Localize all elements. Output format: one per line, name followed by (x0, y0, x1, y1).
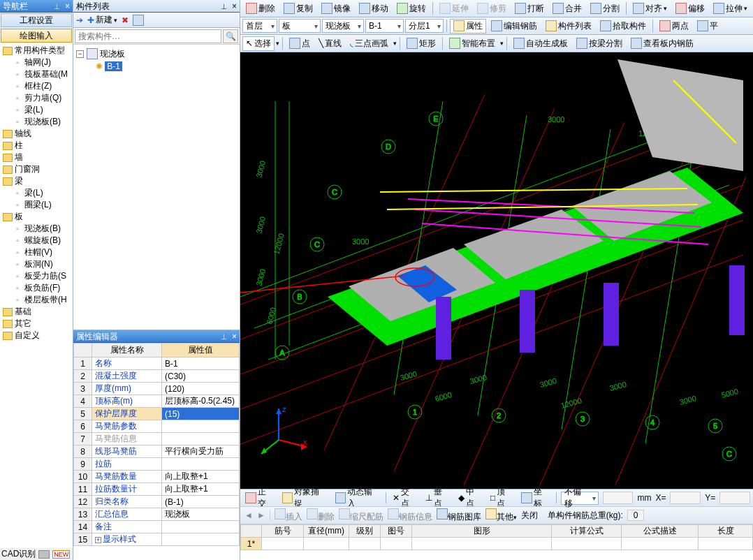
coord-x[interactable] (670, 492, 701, 504)
scale-rebar-button[interactable]: 缩尺配筋 (339, 508, 383, 523)
rebar-grid[interactable]: 筋号 直径(mm) 级别 图号 图形 计算公式 公式描述 长度 1* (240, 524, 753, 560)
prop-row[interactable]: 3厚度(mm)(120) (74, 383, 240, 395)
close-button[interactable]: 关闭 (521, 510, 538, 522)
left-arrow-icon[interactable]: ◄ (244, 510, 253, 520)
plane-button[interactable]: 平 (694, 19, 722, 34)
nav-category[interactable]: 墙 (1, 152, 71, 163)
nav-item[interactable]: ▫现浇板(B) (1, 223, 71, 235)
delete-button[interactable]: 删除 (242, 1, 279, 16)
search-input[interactable] (75, 29, 221, 43)
prop-row[interactable]: 4顶标高(m)层顶标高-0.5(2.45) (74, 395, 240, 408)
name-combo[interactable]: B-1 (365, 19, 404, 33)
nav-item[interactable]: ▫螺旋板(B) (1, 235, 71, 246)
smart-layout-button[interactable]: 智能布置 (446, 36, 499, 51)
nav-category[interactable]: 柱 (1, 140, 71, 152)
prop-row[interactable]: 9拉筋 (74, 458, 240, 471)
nav-category[interactable]: 梁 (1, 175, 71, 187)
autogen-button[interactable]: 自动生成板 (510, 36, 571, 51)
close-icon[interactable]: × (65, 0, 70, 12)
rebar-lib-button[interactable]: 钢筋图库 (437, 508, 481, 523)
split-button[interactable]: 分割 (587, 1, 623, 16)
rotate-button[interactable]: 旋转 (393, 1, 430, 16)
align-button[interactable]: 对齐▾ (629, 1, 671, 16)
pin-icon[interactable]: ⟂ (221, 330, 226, 342)
view-rebar-button[interactable]: 查看板内钢筋 (627, 36, 697, 51)
trim-button[interactable]: 修剪 (474, 1, 510, 16)
component-list-button[interactable]: 构件列表 (542, 19, 595, 34)
nav-category[interactable]: 板 (1, 211, 71, 223)
nav-item[interactable]: ▫梁(L) (1, 104, 71, 116)
edit-rebar-button[interactable]: 编辑钢筋 (488, 19, 541, 34)
nav-item[interactable]: ▫柱帽(V) (1, 246, 71, 258)
other-button[interactable]: 其他▾ (485, 508, 517, 523)
prop-row[interactable]: 1名称B-1 (74, 358, 240, 370)
pin-icon[interactable]: ⟂ (221, 0, 226, 12)
delete-button[interactable]: ✖ (122, 15, 129, 25)
nav-category[interactable]: 自定义 (1, 330, 71, 341)
component-combo[interactable]: 板 (279, 19, 321, 33)
prop-row[interactable]: 6马凳筋参数 (74, 420, 240, 433)
layer-combo[interactable]: 分层1 (405, 19, 444, 33)
floor-combo[interactable]: 首层 (242, 19, 277, 33)
select-button[interactable]: ↖选择 (242, 36, 275, 51)
prop-row[interactable]: 13汇总信息现浇板 (74, 508, 240, 521)
nav-item[interactable]: ▫轴网(J) (1, 57, 71, 68)
nav-category[interactable]: 门窗洞 (1, 163, 71, 175)
nav-tree[interactable]: 常用构件类型▫轴网(J)▫筏板基础(M▫框柱(Z)▫剪力墙(Q)▫梁(L)▫现浇… (0, 43, 73, 548)
nav-item[interactable]: ▫框柱(Z) (1, 80, 71, 92)
prop-row[interactable]: 2混凝土强度(C30) (74, 370, 240, 383)
offset-combo[interactable]: 不偏移 (561, 492, 599, 505)
arc-button[interactable]: ◟三点画弧 (346, 36, 392, 51)
close-icon[interactable]: × (232, 330, 237, 342)
nav-item[interactable]: ▫筏板基础(M (1, 68, 71, 80)
rect-button[interactable]: 矩形 (403, 36, 439, 51)
prop-row[interactable]: 8线形马凳筋平行横向受力筋 (74, 445, 240, 458)
collapse-icon[interactable]: − (76, 50, 84, 58)
nav-item[interactable]: ▫楼层板带(H (1, 294, 71, 306)
nav-category[interactable]: 其它 (1, 318, 71, 330)
nav-item[interactable]: ▫现浇板(B) (1, 116, 71, 128)
extend-button[interactable]: 延伸 (436, 1, 472, 16)
search-button[interactable]: 🔍 (223, 29, 238, 43)
engineering-settings-button[interactable]: 工程设置 (1, 13, 72, 27)
nav-item[interactable]: ▫剪力墙(Q) (1, 92, 71, 104)
tree-child-b1[interactable]: B-1 (105, 61, 122, 71)
pick-component-button[interactable]: 拾取构件 (597, 19, 650, 34)
row-1[interactable]: 1* (241, 538, 262, 550)
prop-row[interactable]: 11拉筋数量计向上取整+1 (74, 483, 240, 496)
coord-y[interactable] (719, 492, 750, 504)
copy-button[interactable]: 复制 (280, 1, 316, 16)
mirror-button[interactable]: 镜像 (318, 1, 354, 16)
prop-row[interactable]: 15+显示样式 (74, 533, 240, 546)
drawing-input-button[interactable]: 绘图输入 (1, 29, 72, 43)
beam-split-button[interactable]: 按梁分割 (573, 36, 626, 51)
nav-item[interactable]: ▫板负筋(F) (1, 282, 71, 294)
prop-row[interactable]: 7马凳筋信息 (74, 433, 240, 445)
delete-row-button[interactable]: 删除 (307, 508, 335, 523)
nav-item[interactable]: ▫板受力筋(S (1, 270, 71, 282)
offset-button[interactable]: 偏移 (672, 1, 708, 16)
nav-item[interactable]: ▫梁(L) (1, 187, 71, 199)
tree-root[interactable]: 现浇板 (100, 48, 125, 60)
line-button[interactable]: ╲直线 (315, 36, 345, 51)
nav-item[interactable]: ▫板洞(N) (1, 258, 71, 270)
subtype-combo[interactable]: 现浇板 (322, 19, 364, 33)
offset-x[interactable] (603, 492, 634, 504)
cad-recognize[interactable]: CAD识别 (1, 548, 36, 560)
prop-row[interactable]: 10马凳筋数量向上取整+1 (74, 471, 240, 483)
nav-category[interactable]: 轴线 (1, 128, 71, 140)
close-icon[interactable]: × (232, 0, 237, 12)
break-button[interactable]: 打断 (511, 1, 548, 16)
two-point-button[interactable]: 两点 (656, 19, 692, 34)
point-button[interactable]: 点 (286, 36, 314, 51)
copy-button[interactable] (133, 15, 144, 26)
model-viewport[interactable]: A B C C D E 1 2 3 4 5 C 3000 3000 (240, 52, 753, 489)
new-button[interactable]: ✚新建▾ (87, 14, 117, 26)
merge-button[interactable]: 合并 (549, 1, 585, 16)
prop-row[interactable]: 5保护层厚度(15) (74, 408, 240, 420)
stretch-button[interactable]: 拉伸▾ (710, 1, 751, 16)
property-button[interactable]: 属性 (450, 19, 486, 34)
prop-row[interactable]: 12归类名称(B-1) (74, 496, 240, 508)
move-button[interactable]: 移动 (356, 1, 392, 16)
right-arrow-icon[interactable]: ► (257, 510, 265, 520)
